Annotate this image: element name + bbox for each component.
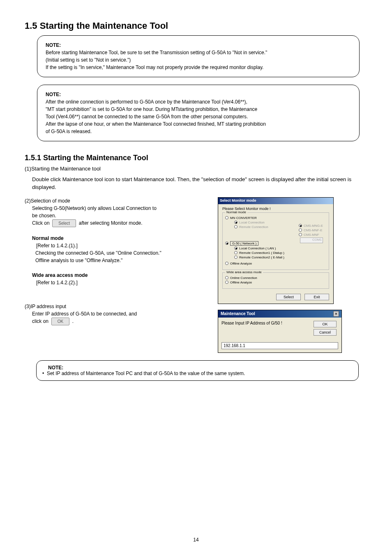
radio-cms-mnf-e — [299, 228, 302, 232]
step3-line1-post: . — [71, 318, 74, 324]
fieldset-wide: Wide area access mode Online Connection … — [222, 272, 329, 289]
radio-cms-mnf — [299, 233, 302, 236]
dialog2-ok-button[interactable]: OK — [314, 321, 337, 327]
bullet-normal: Normal mode — [32, 235, 64, 241]
radio-g50-local[interactable] — [234, 246, 238, 250]
note2-line2: Tool (Ver4.06**) cannot be connected to … — [46, 113, 351, 120]
g50-remote2-label: Remote Connection2 ( E-Mail ) — [239, 256, 284, 259]
radio-wide-online[interactable] — [225, 276, 228, 279]
bullet-sub-0: Checking the connected G-50A, use "Onlin… — [35, 249, 210, 257]
note-box-1: NOTE: Before starting Maintenance Tool, … — [37, 35, 360, 77]
note2-line3: After the lapse of one hour, or when the… — [46, 120, 351, 128]
fs-normal-label: Normal mode — [225, 210, 247, 214]
close-icon[interactable]: × — [333, 311, 339, 317]
bullet-wide: Wide area access mode — [32, 272, 88, 278]
select-monitor-mode-dialog: Select Monitor mode Please Select Monito… — [218, 197, 334, 304]
note3-title: NOTE: — [48, 365, 63, 371]
radio-wide-offline[interactable] — [225, 281, 228, 284]
step2-line2-post: after selecting Monitor mode. — [78, 220, 143, 226]
rhs3: CMS-MNF — [304, 233, 319, 237]
note-title-2: NOTE: — [46, 92, 61, 97]
note1-line1: (Initial setting is set to "Not in servi… — [46, 56, 351, 64]
step3-line0: Enter IP address of G-50A to be connecte… — [32, 310, 210, 318]
section-heading: 1.5 Starting the Maintenance Tool — [25, 21, 367, 31]
wide-offline-label: Offline Analyze — [230, 281, 252, 284]
offline-analyze-label: Offline Analyze — [230, 262, 252, 265]
step3-heading: (3)IP address input — [25, 303, 210, 310]
radio-remote-gray — [234, 225, 238, 228]
radio-local-gray — [234, 221, 238, 224]
subsection-heading: 1.5.1 Starting the Maintenance Tool — [25, 154, 367, 162]
mn-converter-label: MN CONVERTER — [230, 216, 257, 220]
note2-line1: "MT start prohibition" is set to G-50A f… — [46, 106, 351, 113]
g50-remote1-label: Remote Connection1 ( Dialup ) — [239, 251, 284, 255]
dialog1-titlebar: Select Monitor mode — [218, 198, 333, 204]
dialog2-cancel-button[interactable]: Cancel — [314, 329, 337, 336]
rhs1: CMS-MNG-E — [304, 224, 323, 228]
wide-online-label: Online Connection — [230, 276, 257, 280]
radio-g50-remote2[interactable] — [234, 256, 238, 259]
intro-line: (1)Starting the Maintenance tool — [25, 165, 367, 173]
step3-line1-pre: click on — [32, 318, 50, 324]
g50-label: G-50 ( Network ) — [230, 241, 258, 246]
com-port-combo[interactable]: COM1 — [300, 237, 323, 243]
ok-button-inline[interactable]: OK — [51, 318, 69, 325]
rhs2: CMS-MNF-E — [304, 228, 323, 232]
note1-line2: If the setting is "In service," Maintena… — [46, 64, 351, 71]
step2-line0: Selecting G-50(Network) only allows Loca… — [32, 205, 210, 212]
radio-g50[interactable] — [225, 242, 228, 245]
ip-address-input[interactable]: 192.168.1.1 — [221, 342, 338, 349]
radio-cms-mng-e — [299, 224, 302, 227]
radio-g50-remote1[interactable] — [234, 251, 238, 254]
dialog2-title: Maintenance Tool — [221, 311, 255, 316]
local-conn-gray: Local Connection — [239, 221, 265, 224]
ip-address-dialog: Maintenance Tool × Please Input IP Addre… — [218, 310, 342, 353]
intro-text: Double click Maintenance tool icon to st… — [32, 175, 367, 191]
note-box-3: NOTE: • Set IP address of Maintenance To… — [36, 360, 359, 381]
select-button-inline[interactable]: Select — [52, 219, 76, 227]
note3-line: Set IP address of Maintenance Tool PC an… — [47, 371, 245, 376]
step2-line2-pre: Click on — [32, 220, 51, 226]
radio-offline-analyze[interactable] — [225, 262, 228, 265]
note-box-2: NOTE: After the online connection is per… — [37, 85, 360, 141]
note2-line4: of G-50A is released. — [46, 128, 351, 135]
note-title-1: NOTE: — [46, 42, 61, 48]
bullet-sub-1: Offline analysis to use "Offline Analyze… — [35, 257, 210, 264]
step2-line1: be chosen. — [32, 212, 210, 219]
bullet-normal-ref: [Refer to 1.4.2.(1).] — [36, 242, 210, 249]
dialog1-select-button[interactable]: Select — [276, 294, 301, 300]
g50-local-label: Local Connection ( LAN ) — [239, 246, 276, 250]
fs-wide-label: Wide area access mode — [225, 270, 263, 274]
fieldset-normal: Normal mode MN CONVERTER Local Connectio… — [222, 212, 329, 270]
radio-mn-converter[interactable] — [225, 216, 228, 219]
dialog2-prompt: Please Input IP Address of G/50 ! — [221, 321, 314, 337]
dialog1-exit-button[interactable]: Exit — [304, 294, 329, 300]
bullet-wide-ref: [Refer to 1.4.2.(2).] — [36, 279, 210, 286]
note2-line0: After the online connection is performed… — [46, 98, 351, 106]
remote-conn-gray: Remote Connection — [239, 225, 268, 229]
step2-heading: (2)Selection of mode — [25, 197, 210, 205]
page-number: 14 — [0, 537, 392, 543]
note1-line0: Before starting Maintenance Tool, be sur… — [46, 49, 351, 56]
